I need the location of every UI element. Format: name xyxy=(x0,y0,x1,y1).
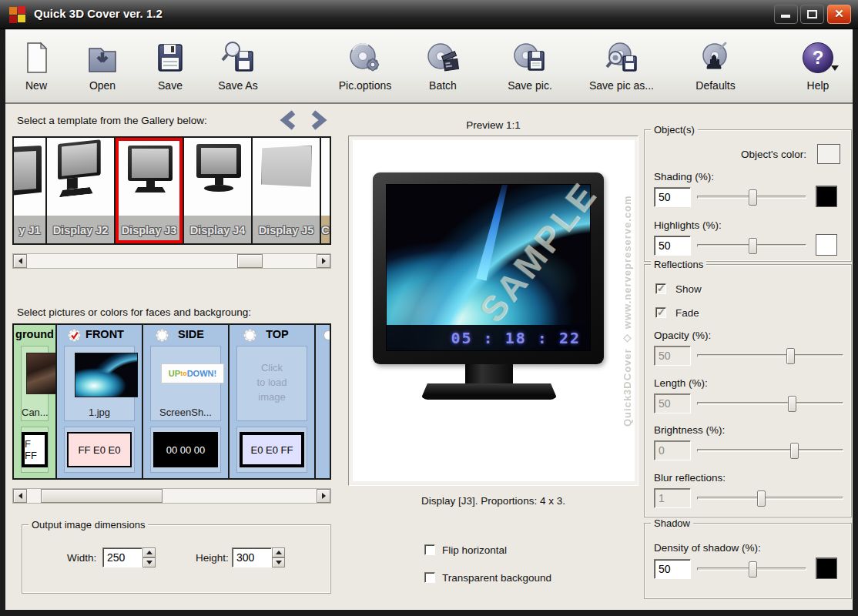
highlights-slider-thumb[interactable] xyxy=(749,238,757,254)
template-gallery: y J1 Display J2 Display J3 xyxy=(12,136,331,245)
disc-options-icon xyxy=(323,38,407,78)
face-name: FRONT xyxy=(57,328,142,340)
blur-label: Blur reflections: xyxy=(654,472,726,484)
blur-input[interactable] xyxy=(654,488,691,508)
gallery-scroll-right-icon[interactable] xyxy=(317,254,330,268)
shadow-density-slider-thumb[interactable] xyxy=(749,561,757,578)
face-color-swatch[interactable]: 00 00 00 xyxy=(153,432,218,467)
face-file-name: 1.jpg xyxy=(65,407,134,418)
width-input[interactable] xyxy=(102,547,142,567)
gallery-prev-icon[interactable] xyxy=(279,109,302,132)
reflections-title: Reflections xyxy=(651,259,706,270)
height-stepper[interactable] xyxy=(272,547,285,567)
gallery-item-next-partial[interactable]: C xyxy=(321,138,330,243)
toolbar-help-button[interactable]: ? Help xyxy=(776,38,858,92)
face-color-slot[interactable]: E0 E0 FF xyxy=(236,427,307,473)
shading-input[interactable] xyxy=(654,187,691,207)
object-color-swatch[interactable] xyxy=(817,144,840,164)
reflections-group: Reflections Show Fade Opacity (%): Lengt… xyxy=(644,264,852,517)
gallery-item-j4[interactable]: Display J4 xyxy=(184,138,253,243)
gallery-item-j2[interactable]: Display J2 xyxy=(47,138,116,243)
face-image-thumbnail xyxy=(26,353,57,394)
gallery-scroll-thumb[interactable] xyxy=(237,254,263,268)
gallery-item-j5[interactable]: Display J5 xyxy=(253,138,321,243)
face-image-slot[interactable]: UPtoDOWN! ScreenSh... xyxy=(150,346,221,421)
opacity-input[interactable] xyxy=(654,346,691,366)
shading-slider[interactable] xyxy=(697,196,806,199)
shadow-color-swatch[interactable] xyxy=(816,557,837,579)
face-column-front[interactable]: FRONT 1.jpg FF E0 E0 xyxy=(57,325,143,478)
length-input[interactable] xyxy=(654,393,691,413)
gallery-next-icon[interactable] xyxy=(305,109,328,132)
face-column-side[interactable]: SIDE UPtoDOWN! ScreenSh... 00 00 00 xyxy=(143,325,230,478)
blur-slider-thumb[interactable] xyxy=(757,490,766,507)
blur-slider[interactable] xyxy=(697,497,843,500)
height-input[interactable] xyxy=(232,547,272,567)
gallery-item-j1[interactable]: y J1 xyxy=(14,138,47,243)
face-name: ground xyxy=(14,328,55,340)
toolbar-save-pic-button[interactable]: Save pic. xyxy=(488,38,572,92)
face-column-background[interactable]: ground Can... F FF xyxy=(14,325,57,478)
highlights-input[interactable] xyxy=(654,236,691,256)
maximize-button[interactable] xyxy=(800,5,824,24)
shadow-density-slider[interactable] xyxy=(697,567,806,571)
load-image-placeholder: Click to load image xyxy=(237,360,307,404)
disc-defaults-icon xyxy=(673,38,758,78)
close-button[interactable]: ✕ xyxy=(827,5,851,24)
faces-scroll-thumb[interactable] xyxy=(41,489,163,503)
face-color-slot[interactable]: FF E0 E0 xyxy=(64,427,135,473)
faces-panel: ground Can... F FF FRONT 1.jpg FF E0 E0 xyxy=(12,323,331,480)
faces-scroll-right-icon[interactable] xyxy=(317,489,330,503)
face-image-slot[interactable]: Can... xyxy=(21,346,49,421)
face-color-swatch[interactable]: F FF xyxy=(22,432,48,467)
length-slider-thumb[interactable] xyxy=(788,396,796,412)
face-color-slot[interactable]: 00 00 00 xyxy=(150,427,221,473)
show-checkbox[interactable] xyxy=(655,283,666,294)
toolbar-pic-options-button[interactable]: Pic.options xyxy=(323,38,407,92)
shadow-density-input[interactable] xyxy=(654,559,691,579)
face-image-slot[interactable]: 1.jpg xyxy=(64,346,135,421)
width-label: Width: xyxy=(67,552,96,564)
face-color-swatch[interactable]: FF E0 E0 xyxy=(67,432,132,467)
opacity-slider-thumb[interactable] xyxy=(786,348,795,364)
preview-box: 05 : 18 : 22 SAMPLE Quick3DCover ◇ www.n… xyxy=(348,136,638,486)
flip-horizontal-checkbox[interactable] xyxy=(424,544,435,555)
shading-color-swatch[interactable] xyxy=(816,186,837,207)
face-image-slot[interactable]: Click to load image xyxy=(236,346,307,421)
fade-checkbox[interactable] xyxy=(655,307,666,318)
brightness-slider[interactable] xyxy=(697,449,843,452)
brightness-slider-thumb[interactable] xyxy=(790,443,799,459)
title-bar[interactable]: Quick 3D Cover ver. 1.2 ✕ xyxy=(0,0,858,29)
face-name: TOP xyxy=(230,328,314,340)
height-down-icon[interactable] xyxy=(272,557,285,567)
highlights-slider[interactable] xyxy=(697,244,806,247)
toolbar-save-as-button[interactable]: Save As xyxy=(196,38,280,92)
app-icon xyxy=(9,6,26,23)
face-color-swatch[interactable]: E0 E0 FF xyxy=(240,432,304,467)
height-up-icon[interactable] xyxy=(272,547,285,557)
brightness-input[interactable] xyxy=(654,440,691,460)
face-column-next-partial[interactable] xyxy=(316,325,330,478)
gallery-scrollbar[interactable] xyxy=(12,253,331,269)
face-image-thumbnail xyxy=(75,353,138,397)
width-down-icon[interactable] xyxy=(142,557,156,567)
preview-canvas: 05 : 18 : 22 SAMPLE Quick3DCover ◇ www.n… xyxy=(353,140,635,481)
minimize-button[interactable] xyxy=(774,5,798,24)
face-column-top[interactable]: TOP Click to load image E0 E0 FF xyxy=(230,325,316,478)
toolbar-batch-button[interactable]: Batch xyxy=(401,38,485,92)
faces-scrollbar[interactable] xyxy=(12,488,331,504)
opacity-slider[interactable] xyxy=(697,354,843,357)
highlights-color-swatch[interactable] xyxy=(816,234,837,256)
gallery-scroll-left-icon[interactable] xyxy=(13,254,27,268)
toolbar-save-pic-as-button[interactable]: Save pic as... xyxy=(579,38,664,92)
shading-slider-thumb[interactable] xyxy=(749,189,757,206)
gallery-item-j3-selected[interactable]: Display J3 xyxy=(116,138,184,243)
face-color-slot[interactable]: F FF xyxy=(21,427,49,473)
toolbar-defaults-button[interactable]: Defaults xyxy=(673,38,758,92)
length-slider[interactable] xyxy=(697,402,843,405)
width-stepper[interactable] xyxy=(142,547,156,567)
flip-horizontal-label: Flip horizontal xyxy=(442,544,507,556)
faces-scroll-left-icon[interactable] xyxy=(13,489,27,503)
width-up-icon[interactable] xyxy=(142,547,156,557)
transparent-background-checkbox[interactable] xyxy=(424,572,435,583)
